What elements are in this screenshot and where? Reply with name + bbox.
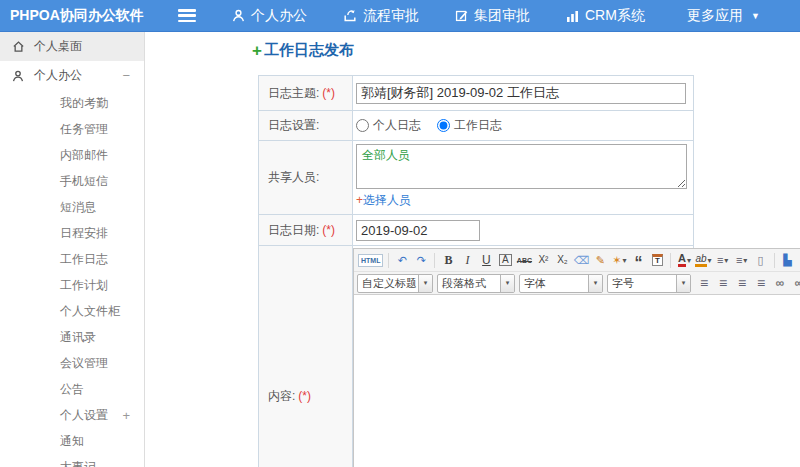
subject-label: 日志主题: — [268, 85, 319, 102]
paragraph-format-select[interactable]: 段落格式 — [437, 274, 515, 293]
sidebar-item-tasks[interactable]: 任务管理 — [0, 116, 144, 142]
sidebar-item-schedule[interactable]: 日程安排 — [0, 220, 144, 246]
sidebar-item-label: 工作计划 — [60, 277, 108, 294]
blockquote-icon[interactable]: “ — [629, 251, 647, 269]
nav-item-label: CRM系统 — [585, 7, 645, 25]
work-log-form: 日志主题: (*) 日志设置: 个人日志 — [258, 75, 694, 467]
superscript-icon[interactable]: X² — [534, 251, 552, 269]
unordered-list-icon[interactable]: ≡ — [733, 251, 751, 269]
choose-members-link[interactable]: +选择人员 — [356, 192, 411, 209]
sidebar-item-label: 短消息 — [60, 199, 96, 216]
undo-icon[interactable]: ↶ — [393, 251, 411, 269]
nav-item-label: 集团审批 — [474, 7, 530, 25]
format-brush-icon[interactable]: ✎ — [591, 251, 609, 269]
share-members-textarea[interactable]: 全部人员 — [356, 144, 687, 189]
dropdown-caret-icon[interactable] — [676, 275, 690, 292]
link-icon[interactable]: ∞ — [771, 274, 789, 292]
sidebar-item-label: 个人文件柜 — [60, 303, 120, 320]
flow-icon — [343, 9, 357, 22]
sidebar-item-settings[interactable]: 个人设置 + — [0, 402, 144, 428]
new-page-icon[interactable]: ▯ — [752, 251, 770, 269]
sidebar-item-mail[interactable]: 内部邮件 — [0, 142, 144, 168]
separator — [774, 253, 775, 268]
caret-down-icon: ▼ — [751, 11, 760, 21]
sidebar-item-desktop[interactable]: 个人桌面 — [0, 32, 144, 61]
font-color-icon[interactable]: A — [675, 251, 693, 269]
sidebar-item-attendance[interactable]: 我的考勤 — [0, 90, 144, 116]
sidebar-item-file-cabinet[interactable]: 个人文件柜 — [0, 298, 144, 324]
sidebar-item-personal-office[interactable]: 个人办公 − — [0, 61, 144, 90]
date-label: 日志日期: — [268, 222, 319, 239]
content-label: 内容: — [268, 388, 295, 405]
align-center-icon[interactable]: ≡ — [714, 274, 732, 292]
sidebar-item-label: 大事记 — [60, 459, 96, 467]
sidebar-item-announcements[interactable]: 公告 — [0, 376, 144, 402]
sidebar-item-milestones[interactable]: 大事记 — [0, 454, 144, 467]
page-title: 工作日志发布 — [252, 41, 354, 60]
sidebar: 个人桌面 个人办公 − 我的考勤 任务管理 内部邮件 手机短信 — [0, 32, 145, 467]
nav-crm-system[interactable]: CRM系统 — [566, 7, 653, 25]
log-type-radio[interactable] — [356, 119, 369, 132]
align-justify-icon[interactable]: ≡ — [752, 274, 770, 292]
editor-toolbar-row1: HTML ↶ ↷ — [354, 249, 800, 272]
log-type-radio[interactable] — [437, 119, 450, 132]
sidebar-item-label: 个人桌面 — [34, 38, 82, 55]
chart-icon — [566, 10, 579, 22]
sidebar-item-meetings[interactable]: 会议管理 — [0, 350, 144, 376]
editor-content-area[interactable] — [354, 295, 800, 467]
redo-icon[interactable]: ↷ — [412, 251, 430, 269]
align-right-icon[interactable]: ≡ — [733, 274, 751, 292]
source-html-button[interactable]: HTML — [357, 251, 384, 269]
italic-icon[interactable]: I — [458, 251, 476, 269]
dropdown-caret-icon[interactable] — [500, 275, 514, 292]
required-asterisk: (*) — [298, 389, 311, 403]
expand-toggle-icon[interactable]: + — [122, 408, 130, 423]
sidebar-item-sms[interactable]: 手机短信 — [0, 168, 144, 194]
nav-personal-office[interactable]: 个人办公 — [232, 7, 315, 25]
strikethrough-icon[interactable]: ABC — [515, 251, 533, 269]
subscript-icon[interactable]: X₂ — [553, 251, 571, 269]
sidebar-item-messages[interactable]: 短消息 — [0, 194, 144, 220]
font-family-select[interactable]: 字体 — [519, 274, 603, 293]
nav-workflow-approval[interactable]: 流程审批 — [343, 7, 427, 25]
font-border-icon[interactable]: A — [496, 251, 514, 269]
sidebar-item-label: 个人设置 — [60, 407, 108, 424]
date-input[interactable] — [356, 220, 480, 241]
unlink-icon[interactable]: ∞ — [790, 274, 800, 292]
dropdown-caret-icon[interactable] — [588, 275, 602, 292]
underline-icon[interactable]: U — [477, 251, 495, 269]
custom-title-select[interactable]: 自定义标题 — [357, 274, 433, 293]
dropdown-caret-icon[interactable] — [418, 275, 432, 292]
sidebar-item-work-plan[interactable]: 工作计划 — [0, 272, 144, 298]
nav-item-label: 更多应用 — [687, 7, 743, 25]
separator — [434, 253, 435, 268]
sidebar-item-label: 会议管理 — [60, 355, 108, 372]
sidebar-item-label: 内部邮件 — [60, 147, 108, 164]
ordered-list-icon[interactable]: ≡ — [714, 251, 732, 269]
setting-label: 日志设置: — [268, 117, 319, 134]
share-label: 共享人员: — [268, 169, 319, 186]
font-size-select[interactable]: 字号 — [607, 274, 691, 293]
radio-personal-log[interactable]: 个人日志 — [356, 117, 421, 134]
sidebar-item-work-log[interactable]: 工作日志 — [0, 246, 144, 272]
nav-more-apps[interactable]: 更多应用 ▼ — [681, 7, 760, 25]
sidebar-item-label: 日程安排 — [60, 225, 108, 242]
expand-toggle-icon[interactable]: − — [122, 68, 130, 83]
sidebar-item-label: 个人办公 — [34, 67, 82, 84]
plus-icon: + — [356, 193, 363, 207]
autotypeset-icon[interactable]: ✶ — [610, 251, 628, 269]
menu-toggle-icon[interactable] — [178, 9, 196, 22]
eraser-icon[interactable]: ⌫ — [572, 251, 590, 269]
bold-icon[interactable]: B — [439, 251, 457, 269]
radio-work-log[interactable]: 工作日志 — [437, 117, 502, 134]
nav-group-approval[interactable]: 集团审批 — [455, 7, 538, 25]
sidebar-item-notifications[interactable]: 通知 — [0, 428, 144, 454]
subject-input[interactable] — [356, 83, 686, 104]
highlight-color-icon[interactable]: ab — [694, 251, 712, 269]
main-content: 工作日志发布 日志主题: (*) 日志设置: 个人日志 — [146, 32, 800, 467]
sidebar-item-label: 工作日志 — [60, 251, 108, 268]
paste-as-text-icon[interactable]: T — [648, 251, 666, 269]
align-left-icon[interactable]: ≡ — [695, 274, 713, 292]
sidebar-item-contacts[interactable]: 通讯录 — [0, 324, 144, 350]
clipped-toolbar-icon[interactable]: ▙ — [779, 251, 797, 269]
